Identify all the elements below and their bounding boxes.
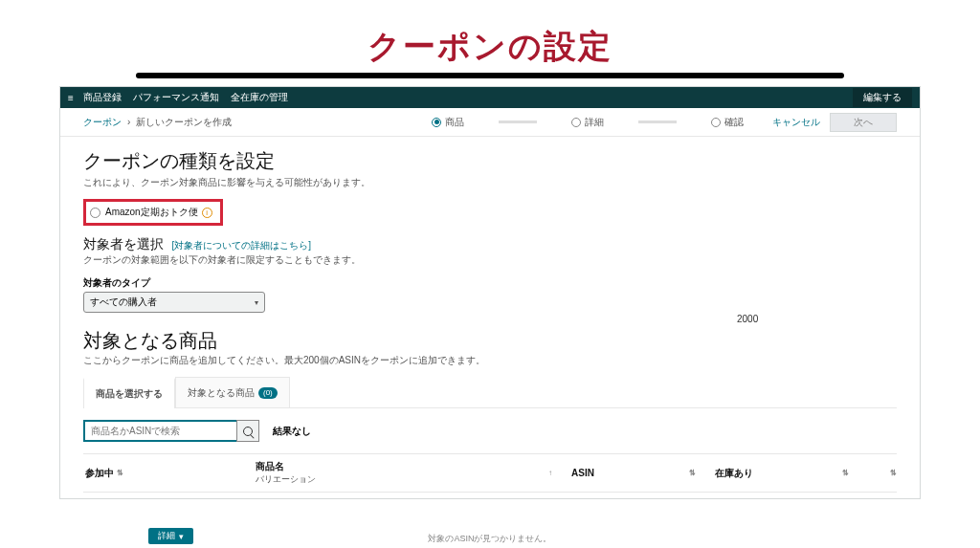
chip-label: 詳細	[158, 530, 175, 542]
col-label: 商品名	[256, 461, 284, 471]
radio-icon	[571, 118, 581, 127]
edit-button[interactable]: 編集する	[853, 88, 912, 107]
col-label: 在庫あり	[715, 467, 753, 480]
menu-item-inventory[interactable]: 全在庫の管理	[231, 91, 288, 104]
section-heading-products: 対象となる商品	[83, 328, 897, 354]
info-icon[interactable]: i	[202, 208, 212, 218]
tab-target-products[interactable]: 対象となる商品 (0)	[175, 377, 290, 407]
step-confirm[interactable]: 確認	[711, 116, 744, 129]
cancel-link[interactable]: キャンセル	[772, 116, 820, 129]
breadcrumb-sep: ›	[127, 117, 130, 127]
slide-title: クーポンの設定	[0, 25, 980, 69]
radio-icon	[90, 208, 100, 218]
audience-select[interactable]: すべての購入者 ▾	[83, 292, 265, 313]
step-track	[499, 121, 537, 123]
search-row: 結果なし	[83, 420, 897, 442]
floating-number: 2000	[737, 314, 758, 324]
search-button[interactable]	[236, 420, 259, 442]
next-button[interactable]: 次へ	[830, 113, 897, 132]
sort-icon: ⇅	[689, 469, 696, 477]
section-heading-type: クーポンの種類を設定	[83, 148, 897, 174]
select-value: すべての購入者	[90, 296, 157, 309]
col-label: ASIN	[571, 468, 594, 478]
footer-note: 対象のASINが見つかりません。	[428, 533, 551, 545]
subbar: クーポン › 新しいクーポンを作成 商品 詳細 確認 キャンセル 次へ	[60, 108, 920, 137]
step-track	[638, 121, 677, 123]
search-box	[83, 420, 259, 442]
table-header: 参加中 ⇅ 商品名 バリエーション ↑ ASIN ⇅ 在庫あり ⇅ ⇅	[83, 453, 897, 493]
sort-icon: ⇅	[842, 469, 849, 477]
col-sublabel: バリエーション	[256, 473, 316, 486]
hamburger-icon[interactable]: ≡	[68, 93, 74, 103]
radio-active-icon	[432, 118, 441, 127]
search-input[interactable]	[83, 420, 236, 442]
title-underline	[136, 73, 844, 78]
col-stock[interactable]: 在庫あり ⇅	[715, 460, 858, 486]
menu-item-performance[interactable]: パフォーマンス通知	[133, 91, 219, 104]
search-icon	[243, 427, 253, 436]
sort-up-icon: ↑	[548, 469, 552, 477]
step-label: 詳細	[585, 116, 604, 129]
chevron-down-icon: ▾	[255, 298, 258, 307]
audience-help-link[interactable]: [対象者についての詳細はこちら]	[171, 240, 311, 251]
no-results-label: 結果なし	[273, 425, 311, 438]
col-asin[interactable]: ASIN ⇅	[571, 460, 715, 486]
tab-select-products[interactable]: 商品を選択する	[83, 378, 175, 408]
step-label: 商品	[445, 116, 464, 129]
sort-icon: ⇅	[890, 469, 897, 477]
section-desc-products: ここからクーポンに商品を追加してください。最大200個のASINをクーポンに追加…	[83, 354, 897, 367]
col-product-name[interactable]: 商品名 バリエーション ↑	[256, 460, 571, 486]
sort-icon: ⇅	[117, 469, 123, 477]
audience-type-label: 対象者のタイプ	[83, 276, 897, 290]
col-participating[interactable]: 参加中 ⇅	[83, 460, 256, 486]
step-details[interactable]: 詳細	[571, 116, 604, 129]
breadcrumb-current: 新しいクーポンを作成	[136, 116, 232, 129]
topbar: ≡ 商品登録 パフォーマンス通知 全在庫の管理 編集する	[60, 87, 920, 108]
option-label: Amazon定期おトク便	[105, 206, 198, 219]
footer-chip[interactable]: 詳細 ▾	[148, 528, 193, 544]
tab-label: 対象となる商品	[188, 386, 255, 400]
highlighted-option[interactable]: Amazon定期おトク便 i	[83, 199, 223, 226]
wizard-steps: 商品 詳細 確認	[432, 116, 744, 129]
step-products[interactable]: 商品	[432, 116, 464, 129]
app-frame: ≡ 商品登録 パフォーマンス通知 全在庫の管理 編集する クーポン › 新しいク…	[59, 86, 921, 499]
section-desc-type: これにより、クーポン対象商品に影響を与える可能性があります。	[83, 176, 897, 189]
col-actions: ⇅	[858, 460, 897, 486]
radio-icon	[711, 118, 721, 127]
section-desc-audience: クーポンの対象範囲を以下の対象者に限定することもできます。	[83, 253, 897, 267]
section-heading-audience: 対象者を選択	[83, 236, 164, 252]
menu-item-product-register[interactable]: 商品登録	[83, 91, 122, 104]
chevron-down-icon: ▾	[179, 532, 184, 541]
breadcrumb-root[interactable]: クーポン	[83, 116, 122, 129]
step-label: 確認	[724, 116, 744, 129]
content: クーポンの種類を設定 これにより、クーポン対象商品に影響を与える可能性があります…	[60, 137, 920, 498]
product-tabs: 商品を選択する 対象となる商品 (0)	[83, 377, 897, 408]
col-label: 参加中	[85, 467, 114, 480]
count-badge: (0)	[258, 387, 278, 399]
